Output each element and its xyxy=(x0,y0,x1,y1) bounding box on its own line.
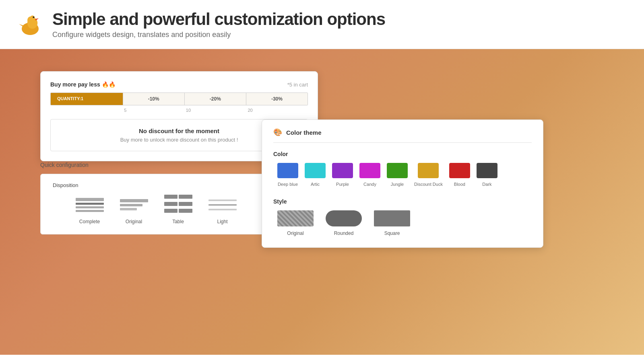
panel-title: Color theme xyxy=(286,129,322,136)
disposition-complete[interactable]: Complete xyxy=(76,195,104,224)
style-section: Style Original Rounded Square xyxy=(273,198,532,236)
disposition-original[interactable]: Original xyxy=(120,195,148,224)
style-square[interactable]: Square xyxy=(374,210,410,236)
style-rounded-label: Rounded xyxy=(334,230,354,236)
color-grid: Deep blue Artic Purple Candy Jungle xyxy=(273,163,532,187)
panel-header: 🎨 Color theme xyxy=(273,128,532,143)
color-blood[interactable]: Blood xyxy=(449,163,470,187)
color-purple[interactable]: Purple xyxy=(332,163,353,187)
style-square-label: Square xyxy=(384,230,400,236)
page-subtitle: Configure widgets design, translates and… xyxy=(52,31,385,39)
original-label: Original xyxy=(126,219,142,224)
swatch-label-candy: Candy xyxy=(363,181,376,187)
table-label: Table xyxy=(172,219,184,224)
color-theme-card: 🎨 Color theme Color Deep blue Artic Purp… xyxy=(262,119,543,248)
disposition-light[interactable]: Light xyxy=(208,195,237,224)
style-rounded[interactable]: Rounded xyxy=(326,210,362,236)
style-rounded-preview xyxy=(326,210,362,226)
complete-label: Complete xyxy=(79,219,100,224)
swatch-discount-duck xyxy=(418,163,439,178)
style-original-preview xyxy=(277,210,314,226)
color-jungle[interactable]: Jungle xyxy=(387,163,408,187)
logo-icon xyxy=(16,10,44,39)
swatch-label-deep-blue: Deep blue xyxy=(278,181,298,187)
disposition-card: Disposition Complete xyxy=(40,174,272,234)
svg-marker-6 xyxy=(19,24,25,27)
light-label: Light xyxy=(217,219,227,224)
style-grid: Original Rounded Square xyxy=(273,210,532,236)
header: Simple and powerful customization option… xyxy=(0,0,644,49)
label-20: 20 xyxy=(246,108,308,113)
main-background: Buy more pay less 🔥🔥 *5 in cart QUANTITY… xyxy=(0,49,644,355)
color-dark[interactable]: Dark xyxy=(477,163,497,187)
color-deep-blue[interactable]: Deep blue xyxy=(277,163,298,187)
style-section-label: Style xyxy=(273,198,532,205)
header-text: Simple and powerful customization option… xyxy=(52,10,385,39)
palette-icon: 🎨 xyxy=(273,128,282,137)
swatch-artic xyxy=(305,163,326,178)
label-10: 10 xyxy=(184,108,246,113)
style-original-label: Original xyxy=(287,230,303,236)
swatch-deep-blue xyxy=(277,163,298,178)
color-section: Color Deep blue Artic Purple Candy xyxy=(273,151,532,187)
swatch-purple xyxy=(332,163,353,178)
swatch-jungle xyxy=(387,163,408,178)
style-square-preview xyxy=(374,210,410,226)
original-icon xyxy=(120,195,148,215)
svg-point-5 xyxy=(33,16,34,18)
discount-title: Buy more pay less 🔥🔥 xyxy=(50,81,116,88)
quick-config-section: Quick configuration Disposition Complete xyxy=(40,162,272,234)
label-5: 5 xyxy=(122,108,184,113)
table-icon xyxy=(164,195,192,215)
light-icon xyxy=(208,195,237,215)
disposition-options: Complete Original xyxy=(53,195,259,224)
swatch-dark xyxy=(477,163,497,178)
segment-3: -30% xyxy=(246,93,308,105)
swatch-label-purple: Purple xyxy=(336,181,349,187)
swatch-label-blood: Blood xyxy=(454,181,465,187)
bar-labels: 5 10 20 xyxy=(50,108,308,113)
discount-bar: QUANTITY:1 -10% -20% -30% xyxy=(50,93,308,105)
color-artic[interactable]: Artic xyxy=(305,163,326,187)
swatch-label-artic: Artic xyxy=(311,181,320,187)
style-original[interactable]: Original xyxy=(277,210,314,236)
color-discount-duck[interactable]: Discount Duck xyxy=(414,163,443,187)
swatch-candy xyxy=(359,163,380,178)
disposition-table[interactable]: Table xyxy=(164,195,192,224)
swatch-blood xyxy=(449,163,470,178)
complete-icon xyxy=(76,195,104,215)
segment-1: -10% xyxy=(123,93,184,105)
color-candy[interactable]: Candy xyxy=(359,163,380,187)
disposition-title: Disposition xyxy=(53,182,259,188)
quantity-label: QUANTITY:1 xyxy=(51,93,123,105)
svg-point-3 xyxy=(30,15,35,21)
quick-config-title: Quick configuration xyxy=(40,162,272,168)
discount-header: Buy more pay less 🔥🔥 *5 in cart xyxy=(50,81,308,88)
page-title: Simple and powerful customization option… xyxy=(52,10,385,29)
swatch-label-dark: Dark xyxy=(482,181,491,187)
segment-2: -20% xyxy=(184,93,246,105)
cart-info: *5 in cart xyxy=(287,82,308,88)
swatch-label-discount-duck: Discount Duck xyxy=(414,181,443,187)
color-section-label: Color xyxy=(273,151,532,157)
swatch-label-jungle: Jungle xyxy=(391,181,404,187)
